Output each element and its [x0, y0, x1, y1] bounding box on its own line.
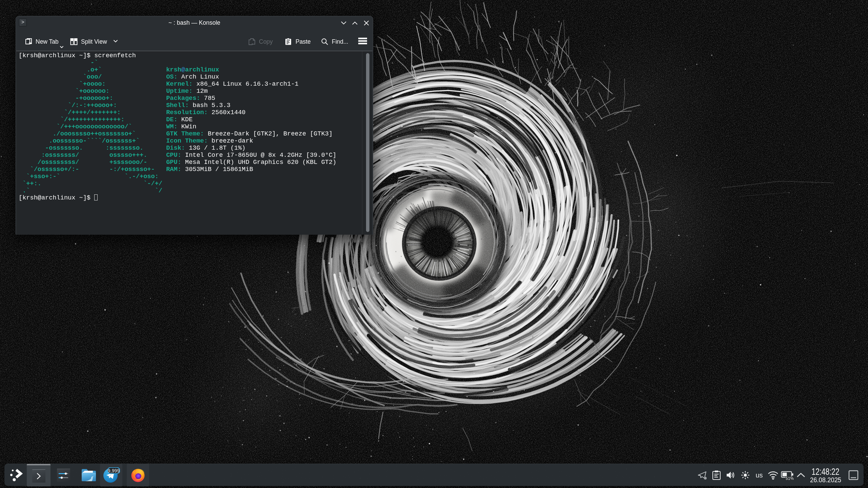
svg-text:9,999: 9,999 — [108, 468, 120, 473]
svg-text:51%: 51% — [786, 476, 794, 480]
